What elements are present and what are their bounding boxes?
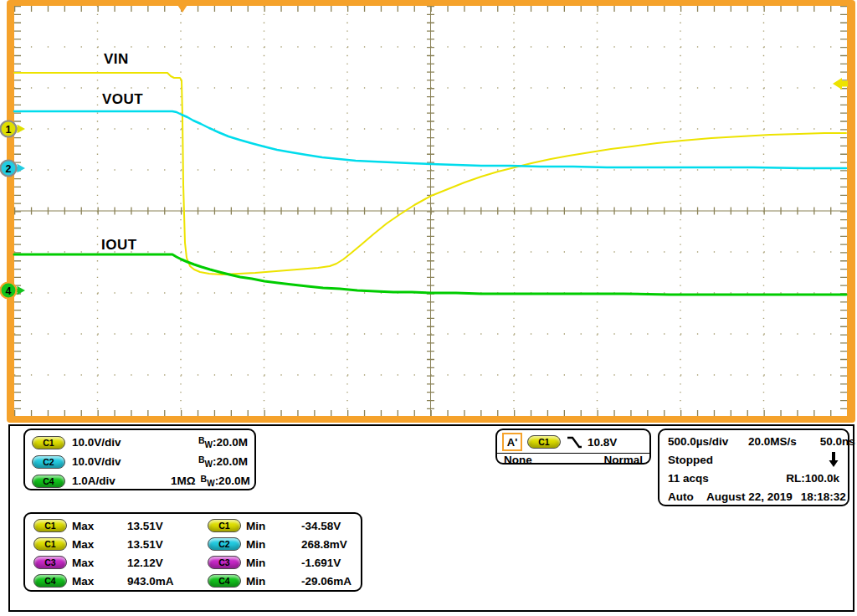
meas-badge[interactable]: C1 (208, 519, 241, 532)
channel-scales-panel[interactable]: C1 10.0V/div BW:20.0M C2 10.0V/div BW:20… (23, 429, 256, 490)
sample-resolution: 50.0ns (797, 435, 855, 448)
meas-value: -34.58V (301, 520, 356, 532)
channel-row-c1: C1 10.0V/div BW:20.0M (32, 433, 248, 452)
meas-value: 13.51V (127, 538, 208, 551)
meas-value: 13.51V (127, 520, 208, 532)
trigger-level: 10.8V (588, 436, 617, 449)
channel-row-c4: C4 1.0A/div 1MΩBW:20.0M (32, 471, 248, 490)
trigger-source-label: C1 (538, 437, 549, 447)
channel-impedance-bw: 1MΩBW:20.0M (171, 474, 250, 488)
trace-label-iout: IOUT (101, 237, 137, 254)
meas-badge[interactable]: C2 (208, 537, 241, 551)
oscilloscope-screenshot: 124 VIN VOUT IOUT C1 10.0V/div BW:20.0M … (0, 0, 857, 616)
channel-scale: 10.0V/div (72, 455, 171, 468)
meas-stat: Min (246, 575, 301, 588)
datetime-row: Auto August 22, 2019 18:18:32 (668, 487, 839, 506)
trigger-settings-row: A' C1 10.8V (497, 430, 649, 452)
meas-value: -29.06mA (301, 575, 356, 588)
trigger-b-event: None (504, 454, 532, 466)
acquisition-count: 11 acqs (668, 472, 709, 485)
trigger-source-badge[interactable]: C1 (527, 435, 561, 449)
trigger-mode-box: A' (502, 433, 522, 451)
measurement-row: C3 Max 12.12V C3 Min -1.691V (30, 553, 356, 572)
waveform-display[interactable]: 124 VIN VOUT IOUT (0, 0, 857, 424)
timebase-row: 500.0µs/div 20.0MS/s 50.0ns (668, 432, 839, 450)
channel-badge-label: C2 (43, 457, 54, 467)
channel-marker-number: 1 (6, 124, 12, 136)
channel-badge-c4[interactable]: C4 (32, 475, 65, 488)
channel-badge-label: C4 (43, 476, 54, 486)
channel-marker-number: 4 (6, 285, 12, 297)
meas-stat: Max (72, 575, 127, 588)
channel-scale: 10.0V/div (72, 436, 171, 449)
meas-badge[interactable]: C3 (208, 556, 241, 569)
meas-badge[interactable]: C3 (33, 556, 67, 569)
meas-stat: Min (246, 520, 301, 532)
channel-scale: 1.0A/div (72, 475, 171, 487)
record-length: RL:100.0k (786, 472, 839, 485)
meas-badge[interactable]: C1 (33, 519, 67, 532)
sample-mode-icon (828, 451, 839, 468)
acquisition-status: Stopped (668, 454, 713, 466)
timebase-panel[interactable]: 500.0µs/div 20.0MS/s 50.0ns Stopped 11 a… (658, 429, 849, 506)
meas-value: 12.12V (127, 557, 208, 569)
channel-marker-number: 2 (6, 163, 12, 175)
time-label: 18:18:32 (793, 490, 846, 503)
sample-rate: 20.0MS/s (748, 435, 797, 448)
meas-stat: Min (246, 557, 301, 569)
measurement-row: C1 Max 13.51V C1 Min -34.58V (30, 516, 356, 535)
channel-badge-c1[interactable]: C1 (32, 436, 65, 449)
meas-badge[interactable]: C4 (33, 574, 67, 588)
meas-badge[interactable]: C4 (208, 574, 241, 588)
trigger-auto-mode: Auto (668, 490, 706, 503)
trace-label-vin: VIN (104, 51, 129, 68)
meas-value: -1.691V (301, 557, 356, 569)
trigger-status-row: None Normal (497, 453, 649, 466)
channel-bw: BW:20.0M (171, 454, 248, 469)
meas-stat: Max (72, 520, 127, 532)
time-per-div: 500.0µs/div (668, 435, 748, 448)
meas-value: 943.0mA (127, 575, 208, 588)
channel-bw: BW:20.0M (171, 435, 248, 449)
channel-impedance: 1MΩ (171, 475, 196, 487)
meas-stat: Max (72, 538, 127, 551)
trace-label-vout: VOUT (102, 91, 143, 108)
channel-row-c2: C2 10.0V/div BW:20.0M (32, 452, 248, 471)
meas-value: 268.8mV (301, 538, 356, 551)
trigger-mode: Normal (603, 454, 643, 466)
readout-section: C1 10.0V/div BW:20.0M C2 10.0V/div BW:20… (8, 424, 854, 612)
channel-badge-c2[interactable]: C2 (32, 455, 65, 469)
trigger-panel[interactable]: A' C1 10.8V None Normal (495, 429, 651, 465)
meas-stat: Min (246, 538, 301, 551)
acquisition-count-row: 11 acqs RL:100.0k (668, 469, 839, 487)
date-label: August 22, 2019 (706, 490, 793, 503)
measurements-panel[interactable]: C1 Max 13.51V C1 Min -34.58V C1 Max 13.5… (23, 512, 362, 592)
meas-badge[interactable]: C1 (33, 537, 67, 551)
measurement-row: C4 Max 943.0mA C4 Min -29.06mA (30, 572, 356, 590)
measurement-row: C1 Max 13.51V C2 Min 268.8mV (30, 535, 356, 553)
channel-badge-label: C1 (43, 438, 54, 448)
falling-edge-icon (566, 434, 582, 449)
acquisition-status-row: Stopped (668, 450, 839, 469)
meas-stat: Max (72, 557, 127, 569)
